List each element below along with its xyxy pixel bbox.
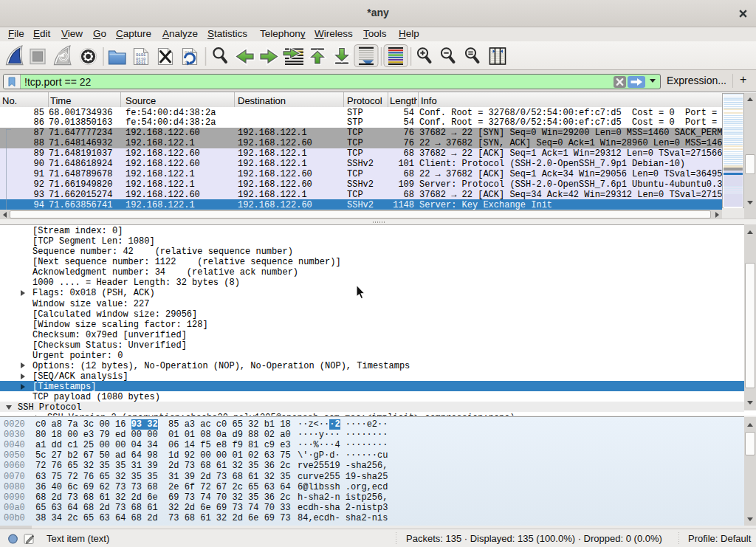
svg-text:0011: 0011 <box>136 61 146 66</box>
